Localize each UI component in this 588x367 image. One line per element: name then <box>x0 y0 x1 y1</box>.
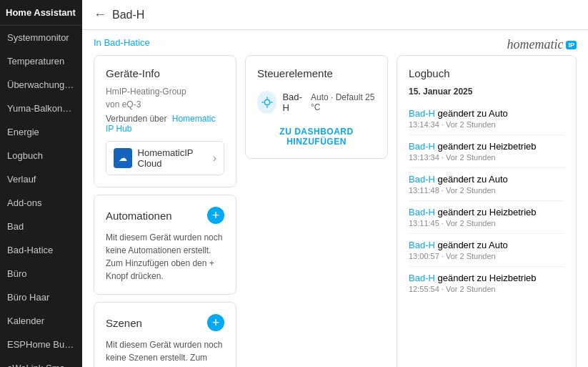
sidebar-item-bad-hatice[interactable]: Bad-Hatice <box>0 238 82 262</box>
sidebar-item-überwachungskameras[interactable]: Überwachungskameras <box>0 73 82 97</box>
col-mid: Steuerelemente Bad-H Aut <box>245 55 388 367</box>
sidebar-item-add-ons[interactable]: Add-ons <box>0 191 82 215</box>
homematic-badge: IP <box>566 41 577 49</box>
log-entries: Bad-H geändert zu Auto13:14:34 · Vor 2 S… <box>409 102 564 299</box>
geraete-info-card: Geräte-Info HmIP-Heating-Group von eQ-3 … <box>94 55 236 187</box>
sidebar-item-bad[interactable]: Bad <box>0 215 82 238</box>
log-entry-link[interactable]: Bad-H <box>409 207 435 217</box>
thermostat-icon <box>257 91 276 114</box>
homematic-logo-text: homematic <box>507 37 564 52</box>
page-header: ← Bad-H <box>82 0 588 30</box>
sidebar-item-yuma-balkonkraftwerk[interactable]: Yuma-Balkonkraftwerk <box>0 97 82 120</box>
sidebar-nav: SystemmonitorTemperaturenÜberwachungskam… <box>0 26 82 367</box>
logbuch-title: Logbuch <box>409 67 564 79</box>
sidebar-item-verlauf[interactable]: Verlauf <box>0 167 82 191</box>
log-entry-time: 13:13:34 · Vor 2 Stunden <box>409 153 564 162</box>
page-title: Bad-H <box>112 9 144 21</box>
log-entry-time: 13:00:57 · Vor 2 Stunden <box>409 252 564 260</box>
log-entry-title: Bad-H geändert zu Heizbetrieb <box>409 273 564 283</box>
log-entry-link[interactable]: Bad-H <box>409 273 435 283</box>
automationen-add-button[interactable]: + <box>207 207 224 224</box>
automationen-title: Automationen <box>106 210 172 222</box>
szenen-header: Szenen + <box>106 314 224 331</box>
app-title: Home Assistant <box>0 0 82 26</box>
cloud-label: HomematicIP Cloud <box>138 147 213 169</box>
homematic-logo: homematic IP <box>507 37 577 52</box>
log-entry-time: 12:55:54 · Vor 2 Stunden <box>409 285 564 293</box>
geraete-info-title: Geräte-Info <box>106 67 224 79</box>
log-entry-time: 13:14:34 · Vor 2 Stunden <box>409 120 564 129</box>
sidebar-item-ewelink-smart-home[interactable]: eWeLink Smart Home <box>0 356 82 367</box>
automationen-header: Automationen + <box>106 207 224 224</box>
connected-text: Verbunden über Homematic IP Hub <box>106 114 224 134</box>
log-entry: Bad-H geändert zu Heizbetrieb12:55:54 · … <box>409 267 564 299</box>
szenen-text: Mit diesem Gerät wurden noch keine Szene… <box>106 338 224 367</box>
log-entry-title: Bad-H geändert zu Heizbetrieb <box>409 207 564 217</box>
log-entry-link[interactable]: Bad-H <box>409 108 435 119</box>
automationen-card: Automationen + Mit diesem Gerät wurden n… <box>94 195 236 295</box>
col-right: Logbuch 15. Januar 2025 Bad-H geändert z… <box>397 55 577 367</box>
szenen-card: Szenen + Mit diesem Gerät wurden noch ke… <box>94 302 236 367</box>
log-entry-title: Bad-H geändert zu Auto <box>409 240 564 250</box>
log-date: 15. Januar 2025 <box>409 87 564 97</box>
szenen-title: Szenen <box>106 317 142 329</box>
sidebar-item-kalender[interactable]: Kalender <box>0 309 82 333</box>
cloud-row[interactable]: ☁ HomematicIP Cloud › <box>106 141 224 175</box>
control-row: Bad-H Auto · Default 25 °C <box>257 87 376 118</box>
back-button[interactable]: ← <box>94 7 106 22</box>
log-entry-title: Bad-H geändert zu Auto <box>409 174 564 185</box>
control-name: Bad-H <box>282 92 305 113</box>
log-entry: Bad-H geändert zu Auto13:14:34 · Vor 2 S… <box>409 102 564 135</box>
sidebar-item-büro-haar[interactable]: Büro Haar <box>0 285 82 309</box>
steuerelemente-card: Steuerelemente Bad-H Aut <box>245 55 388 159</box>
col-left: Geräte-Info HmIP-Heating-Group von eQ-3 … <box>94 55 236 367</box>
log-entry: Bad-H geändert zu Heizbetrieb13:13:34 · … <box>409 135 564 168</box>
cloud-icon: ☁ <box>114 148 132 168</box>
log-entry-time: 13:11:45 · Vor 2 Stunden <box>409 219 564 227</box>
dashboard-add-button[interactable]: ZU DASHBOARD HINZUFÜGEN <box>257 127 376 147</box>
logbuch-card: Logbuch 15. Januar 2025 Bad-H geändert z… <box>397 55 577 367</box>
sidebar-item-logbuch[interactable]: Logbuch <box>0 144 82 167</box>
cloud-row-left: ☁ HomematicIP Cloud <box>114 147 213 169</box>
sidebar-item-systemmonitor[interactable]: Systemmonitor <box>0 26 82 49</box>
sidebar: Home Assistant SystemmonitorTemperaturen… <box>0 0 82 367</box>
log-entry: Bad-H geändert zu Auto13:00:57 · Vor 2 S… <box>409 234 564 267</box>
columns-layout: Geräte-Info HmIP-Heating-Group von eQ-3 … <box>94 55 577 367</box>
log-entry-time: 13:11:48 · Vor 2 Stunden <box>409 186 564 195</box>
sidebar-item-energie[interactable]: Energie <box>0 120 82 144</box>
main-content: ← Bad-H homematic IP In Bad-Hatice Gerät… <box>82 0 588 367</box>
sidebar-item-büro[interactable]: Büro <box>0 262 82 285</box>
control-detail: Auto · Default 25 °C <box>311 92 376 112</box>
device-subtitle1: HmIP-Heating-Group <box>106 87 224 97</box>
log-entry-link[interactable]: Bad-H <box>409 141 435 152</box>
chevron-right-icon: › <box>213 152 216 165</box>
content-area: In Bad-Hatice Geräte-Info HmIP-Heating-G… <box>82 30 588 367</box>
automationen-text: Mit diesem Gerät wurden noch keine Autom… <box>106 231 224 283</box>
svg-point-0 <box>264 99 270 105</box>
breadcrumb[interactable]: In Bad-Hatice <box>94 37 577 48</box>
log-entry: Bad-H geändert zu Heizbetrieb13:11:45 · … <box>409 201 564 234</box>
log-entry-link[interactable]: Bad-H <box>409 174 435 185</box>
log-entry-title: Bad-H geändert zu Heizbetrieb <box>409 141 564 152</box>
log-entry: Bad-H geändert zu Auto13:11:48 · Vor 2 S… <box>409 168 564 201</box>
sidebar-item-temperaturen[interactable]: Temperaturen <box>0 49 82 73</box>
log-entry-link[interactable]: Bad-H <box>409 240 435 250</box>
sidebar-item-esphome-builder[interactable]: ESPHome Builder <box>0 333 82 356</box>
szenen-add-button[interactable]: + <box>207 314 224 331</box>
log-entry-title: Bad-H geändert zu Auto <box>409 108 564 119</box>
device-subtitle2: von eQ-3 <box>106 99 224 109</box>
steuerelemente-title: Steuerelemente <box>257 67 376 79</box>
